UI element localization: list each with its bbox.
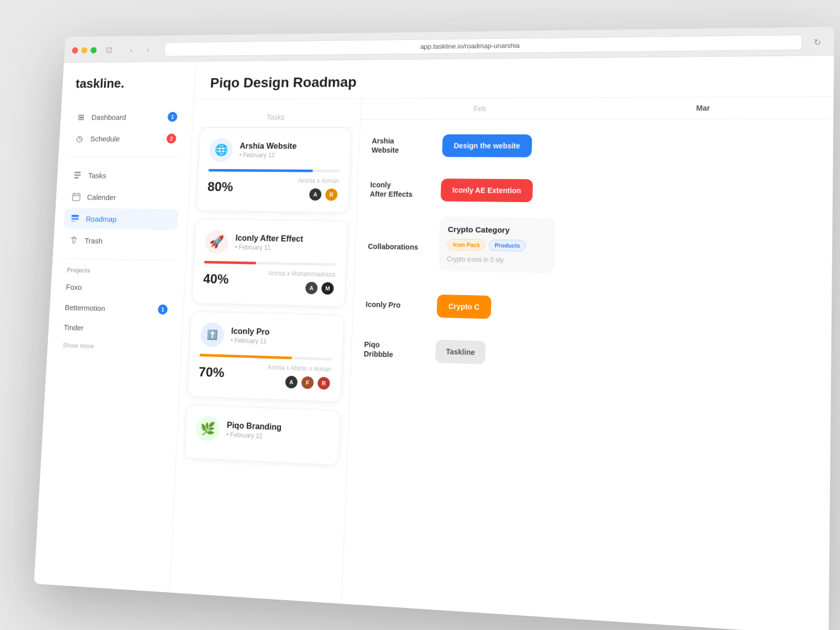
card-header: 🌐 Arshia Website • February 12 [209,138,341,163]
card-title: Iconly After Effect [235,234,303,244]
timeline-tasks: Crypto C [433,295,818,328]
calendar-icon [71,191,82,202]
logo: taskline. [71,76,185,91]
category-title: Crypto Category [448,225,547,235]
category-card: Crypto Category Icon Pack Products Crypt… [438,216,556,273]
maximize-button[interactable] [90,47,97,54]
timeline-row: IconlyAfter Effects Iconly AE Extention [370,172,820,212]
timeline-tasks: Crypto Category Icon Pack Products Crypt… [434,216,818,287]
main-content: Piqo Design Roadmap Tasks 🌐 Arshia Websi… [170,56,834,630]
timeline-label: PiqoDribbble [364,340,432,361]
sidebar-item-tasks[interactable]: Tasks [66,165,181,186]
projects-section-label: Projects [61,267,175,276]
project-tinder[interactable]: Tinder [58,318,173,340]
logo-dot: . [121,76,125,91]
task-pill-iconly-ae[interactable]: Iconly AE Extention [440,178,533,202]
timeline-month-mar: Mar [590,103,820,112]
card-emoji: 🚀 [204,229,229,254]
sidebar-item-label: Schedule [90,134,120,143]
sidebar-item-schedule[interactable]: ◷ Schedule 2 [68,128,183,149]
trash-icon [68,235,79,246]
timeline-row: PiqoDribbble Taskline [363,331,817,382]
sidebar-divider-2 [62,258,176,261]
card-title: Piqo Branding [227,421,282,432]
timeline-row: Collaborations Crypto Category Icon Pack… [366,215,818,287]
avatar: A [284,375,299,390]
sidebar-item-dashboard[interactable]: ⊞ Dashboard 1 [69,107,183,128]
project-card-piqo-branding[interactable]: 🌿 Piqo Branding • February 12 [184,405,341,466]
nav-section-main: ⊞ Dashboard 1 ◷ Schedule 2 [68,107,184,149]
timeline-tasks: Design the website [438,134,820,159]
sidebar-item-roadmap[interactable]: Roadmap [64,208,178,230]
avatar: R [317,376,331,391]
timeline-row: Iconly Pro Crypto C [365,286,818,334]
progress-bar-fill [208,169,313,172]
project-card-arshia-website[interactable]: 🌐 Arshia Website • February 12 80% [196,128,352,213]
sidebar-item-label: Roadmap [86,214,117,223]
sidebar-item-calender[interactable]: Calender [65,186,180,208]
progress-bar-bg [204,261,335,266]
card-footer: 80% Arshia x Arman A R [207,176,339,202]
card-title: Iconly Pro [231,327,270,337]
task-pill-crypto[interactable]: Crypto C [437,295,492,319]
project-card-iconly-pro[interactable]: ⬆️ Iconly Pro • February 11 70% [187,311,344,402]
minimize-button[interactable] [81,47,87,54]
avatars: A F R [267,374,331,391]
bettermotion-badge: 1 [158,304,167,315]
avatar: A [308,187,323,202]
timeline-tasks: Taskline [431,340,817,375]
project-card-iconly-ae[interactable]: 🚀 Iconly After Effect • February 11 [192,219,348,307]
card-header: ⬆️ Iconly Pro • February 11 [200,322,333,351]
timeline-month-feb: Feb [373,104,590,113]
progress-pct: 80% [207,178,234,194]
sidebar: taskline. ⊞ Dashboard 1 ◷ Schedule 2 [34,61,196,592]
card-footer: 40% Arshia x Mohammadreza A M [203,268,335,296]
svg-rect-0 [75,172,81,173]
card-title: Arshia Website [239,142,297,151]
show-more-link[interactable]: Show more [57,337,172,356]
category-desc: Crypto icons in 5 sty [447,256,547,265]
projects-column: Tasks 🌐 Arshia Website • February 12 [170,99,361,604]
tag-icon-pack: Icon Pack [447,239,486,251]
tasks-column-header: Tasks [201,107,353,128]
card-date: • February 12 [239,152,297,159]
avatars: A M [267,280,335,296]
progress-pct: 70% [198,364,225,381]
project-bettermotion[interactable]: Bettermotion 1 [59,297,174,320]
progress-bar-bg [200,354,332,361]
timeline-row: ArshiaWebsite Design the website [371,128,820,165]
card-emoji: 🌐 [209,138,234,162]
svg-rect-7 [71,215,79,217]
progress-bar-fill [204,261,256,265]
sidebar-toggle-icon[interactable]: ⊡ [102,43,116,57]
sidebar-item-trash[interactable]: Trash [62,229,177,252]
browser-nav: ‹ › [124,43,155,57]
card-footer: 70% Arshia x Afshin x Arman A F R [198,361,331,391]
reload-button[interactable]: ↻ [809,35,825,50]
collaborators-label: Arshia x Arman [298,177,339,184]
avatar: R [324,187,339,202]
sidebar-item-label: Dashboard [91,113,127,121]
collaborators-label: Arshia x Afshin x Arman [267,364,331,373]
svg-rect-3 [72,194,80,201]
avatar: A [304,281,319,296]
card-header: 🚀 Iconly After Effect • February 11 [204,229,337,256]
task-pill-design-website[interactable]: Design the website [442,134,532,158]
page-header: Piqo Design Roadmap [194,56,834,100]
progress-bar-bg [208,169,340,172]
tag-row: Icon Pack Products [447,239,547,252]
back-button[interactable]: ‹ [124,43,139,57]
sidebar-divider-1 [68,156,181,158]
timeline-header: Feb Mar [361,97,834,120]
roadmap-body: Tasks 🌐 Arshia Website • February 12 [170,97,834,630]
app-content: taskline. ⊞ Dashboard 1 ◷ Schedule 2 [34,56,834,630]
timeline-label: IconlyAfter Effects [370,180,437,200]
timeline-body: ArshiaWebsite Design the website IconlyA… [342,119,833,630]
forward-button[interactable]: › [141,43,155,56]
project-foxo[interactable]: Foxo [60,278,175,299]
address-bar[interactable]: app.taskline.io/roadmap-unarshia [164,35,803,57]
avatars: A R [297,187,339,202]
taskline-card: Taskline [435,340,486,364]
close-button[interactable] [72,47,78,54]
timeline-label: Iconly Pro [365,300,433,311]
